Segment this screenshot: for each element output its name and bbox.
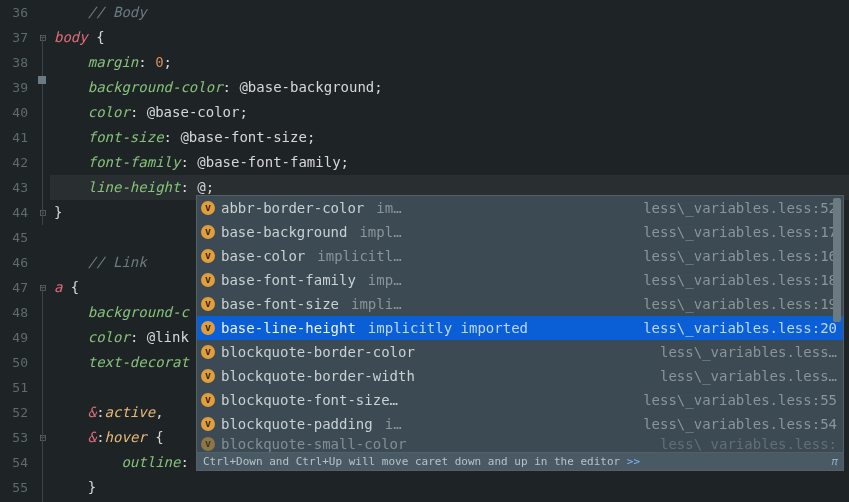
completion-location: less\_variables.less:55 xyxy=(643,389,837,411)
line-number: 37 xyxy=(0,25,28,50)
line-number: 36 xyxy=(0,0,28,25)
completion-meta: im… xyxy=(376,197,401,219)
completion-meta: implicitly imported xyxy=(368,317,528,339)
popup-hint-link[interactable]: >> xyxy=(627,455,640,468)
fold-marker xyxy=(36,150,50,175)
line-number: 46 xyxy=(0,250,28,275)
fold-marker xyxy=(36,175,50,200)
variable-icon: v xyxy=(201,437,215,451)
line-number: 40 xyxy=(0,100,28,125)
completion-meta: imp… xyxy=(368,269,402,291)
popup-hint-text: Ctrl+Down and Ctrl+Up will move caret do… xyxy=(203,455,620,468)
fold-marker[interactable]: ⊟ xyxy=(36,25,50,50)
completion-location: less\_variables.less:19 xyxy=(643,293,837,315)
variable-icon: v xyxy=(201,249,215,263)
autocomplete-item[interactable]: vbase-backgroundimpl…less\_variables.les… xyxy=(197,220,843,244)
variable-icon: v xyxy=(201,345,215,359)
line-number: 48 xyxy=(0,300,28,325)
line-number: 52 xyxy=(0,400,28,425)
completion-meta: impl… xyxy=(359,221,401,243)
variable-icon: v xyxy=(201,369,215,383)
completion-name: blockquote-font-size… xyxy=(221,389,398,411)
line-number: 49 xyxy=(0,325,28,350)
completion-name: blockquote-border-color xyxy=(221,341,415,363)
autocomplete-item[interactable]: vblockquote-paddingi…less\_variables.les… xyxy=(197,412,843,436)
completion-name: base-background xyxy=(221,221,347,243)
variable-icon: v xyxy=(201,201,215,215)
pi-icon[interactable]: π xyxy=(830,455,837,468)
fold-marker xyxy=(36,250,50,275)
variable-icon: v xyxy=(201,297,215,311)
completion-location: less\_variables.less:17 xyxy=(643,221,837,243)
completion-name: blockquote-small-color xyxy=(221,437,406,451)
autocomplete-item[interactable]: vabbr-border-colorim…less\_variables.les… xyxy=(197,196,843,220)
completion-name: blockquote-border-width xyxy=(221,365,415,387)
fold-marker xyxy=(36,450,50,475)
fold-marker xyxy=(36,50,50,75)
line-number: 44 xyxy=(0,200,28,225)
completion-location: less\_variables.less:20 xyxy=(643,317,837,339)
line-number: 41 xyxy=(0,125,28,150)
autocomplete-item[interactable]: vblockquote-small-colorless\_variables.l… xyxy=(197,436,843,452)
autocomplete-item[interactable]: vblockquote-font-size…less\_variables.le… xyxy=(197,388,843,412)
autocomplete-item[interactable]: vbase-line-heightimplicitly importedless… xyxy=(197,316,843,340)
autocomplete-item[interactable]: vblockquote-border-widthless\_variables.… xyxy=(197,364,843,388)
line-number: 54 xyxy=(0,450,28,475)
variable-icon: v xyxy=(201,225,215,239)
variable-icon: v xyxy=(201,321,215,335)
line-number: 55 xyxy=(0,475,28,500)
line-number: 43 xyxy=(0,175,28,200)
line-number: 53 xyxy=(0,425,28,450)
code-line[interactable]: color: @base-color; xyxy=(50,100,849,125)
autocomplete-item[interactable]: vbase-font-familyimp…less\_variables.les… xyxy=(197,268,843,292)
fold-marker[interactable]: ⊟ xyxy=(36,275,50,300)
completion-location: less\_variables.less:52 xyxy=(643,197,837,219)
fold-marker xyxy=(36,0,50,25)
code-line[interactable]: // Body xyxy=(50,0,849,25)
code-line[interactable]: background-color: @base-background; xyxy=(50,75,849,100)
autocomplete-popup[interactable]: vabbr-border-colorim…less\_variables.les… xyxy=(196,195,844,471)
line-number: 42 xyxy=(0,150,28,175)
popup-hint-bar: Ctrl+Down and Ctrl+Up will move caret do… xyxy=(197,452,843,470)
fold-marker[interactable]: ⊡ xyxy=(36,200,50,225)
completion-name: base-font-family xyxy=(221,269,356,291)
fold-marker xyxy=(36,300,50,325)
line-number: 51 xyxy=(0,375,28,400)
fold-marker xyxy=(36,100,50,125)
autocomplete-item[interactable]: vbase-colorimplicitl…less\_variables.les… xyxy=(197,244,843,268)
completion-name: base-font-size xyxy=(221,293,339,315)
completion-location: less\_variables.less:18 xyxy=(643,269,837,291)
code-line[interactable]: margin: 0; xyxy=(50,50,849,75)
line-number: 47 xyxy=(0,275,28,300)
line-number: 39 xyxy=(0,75,28,100)
completion-meta: implicitl… xyxy=(317,245,401,267)
autocomplete-item[interactable]: vbase-font-sizeimpli…less\_variables.les… xyxy=(197,292,843,316)
bookmark-marker xyxy=(38,76,46,84)
completion-meta: impli… xyxy=(351,293,402,315)
code-line[interactable]: body { xyxy=(50,25,849,50)
fold-marker[interactable]: ⊟ xyxy=(36,425,50,450)
completion-name: abbr-border-color xyxy=(221,197,364,219)
completion-name: base-line-height xyxy=(221,317,356,339)
code-line[interactable]: } xyxy=(50,475,849,500)
autocomplete-item[interactable]: vblockquote-border-colorless\_variables.… xyxy=(197,340,843,364)
completion-location: less\_variables.less: xyxy=(660,437,837,451)
line-number: 50 xyxy=(0,350,28,375)
fold-marker xyxy=(36,375,50,400)
fold-marker xyxy=(36,225,50,250)
variable-icon: v xyxy=(201,393,215,407)
completion-location: less\_variables.less… xyxy=(660,341,837,363)
line-number-gutter: 3637383940414243444546474849505152535455 xyxy=(0,0,36,502)
autocomplete-list[interactable]: vabbr-border-colorim…less\_variables.les… xyxy=(197,196,843,452)
variable-icon: v xyxy=(201,273,215,287)
code-line[interactable]: font-size: @base-font-size; xyxy=(50,125,849,150)
popup-scrollbar[interactable] xyxy=(833,198,841,322)
completion-meta: i… xyxy=(385,413,402,435)
fold-marker xyxy=(36,400,50,425)
line-number: 38 xyxy=(0,50,28,75)
fold-marker xyxy=(36,475,50,500)
completion-name: base-color xyxy=(221,245,305,267)
line-number: 45 xyxy=(0,225,28,250)
variable-icon: v xyxy=(201,417,215,431)
code-line[interactable]: font-family: @base-font-family; xyxy=(50,150,849,175)
